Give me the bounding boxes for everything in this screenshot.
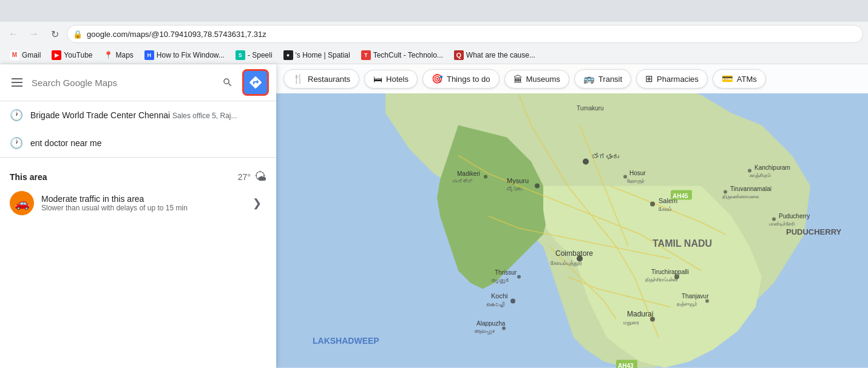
bookmark-spatial[interactable]: ● 's Home | Spatial	[279, 49, 355, 61]
map-area[interactable]: 🍴 Restaurants 🛏 Hotels 🎯 Things to do 🏛 …	[276, 64, 868, 368]
svg-text:ಮಡಿಕೇರಿ: ಮಡಿಕೇರಿ	[453, 178, 473, 184]
svg-text:திருச்சிராப்பள்ளி: திருச்சிராப்பள்ளி	[645, 277, 677, 283]
bookmark-quora-label: What are the cause...	[466, 51, 535, 59]
bookmark-quora[interactable]: Q What are the cause...	[449, 49, 540, 61]
filter-chip-hotels-label: Hotels	[386, 75, 409, 84]
traffic-main-text: Moderate traffic in this area	[41, 194, 240, 204]
svg-point-25	[517, 275, 521, 279]
filter-chip-atms-label: ATMs	[737, 75, 757, 84]
filter-chip-pharmacies[interactable]: ⊞ Pharmacies	[636, 69, 708, 89]
svg-text:ஹோசூர்: ஹோசூர்	[627, 178, 645, 184]
svg-text:Tiruchirappalli: Tiruchirappalli	[651, 269, 689, 275]
filter-chip-hotels[interactable]: 🛏 Hotels	[364, 70, 418, 89]
recent-item-0[interactable]: 🕐 Brigade World Trade Center Chennai Sal…	[0, 101, 276, 129]
reload-button[interactable]: ↻	[46, 25, 63, 42]
area-label: This area	[10, 172, 47, 182]
forward-button[interactable]: →	[25, 25, 42, 42]
bookmark-speeli-label: - Speeli	[248, 51, 273, 59]
traffic-chevron-button[interactable]: ❯	[247, 193, 266, 213]
svg-text:ಬೆಂಗಳೂರು: ಬೆಂಗಳೂರು	[592, 153, 619, 160]
svg-text:மதுரை: மதுரை	[623, 319, 639, 326]
bookmarks-bar: M Gmail ▶ YouTube 📍 Maps H How to Fix Wi…	[0, 46, 868, 64]
filter-chip-restaurants[interactable]: 🍴 Restaurants	[283, 69, 359, 89]
traffic-icon: 🚗	[10, 191, 34, 215]
hamburger-line-3	[12, 85, 22, 87]
filter-chip-museums[interactable]: 🏛 Museums	[504, 70, 569, 89]
svg-text:Puducherry: Puducherry	[779, 213, 810, 219]
traffic-row: 🚗 Moderate traffic in this area Slower t…	[10, 191, 266, 215]
filter-bar: 🍴 Restaurants 🛏 Hotels 🎯 Things to do 🏛 …	[276, 64, 868, 93]
traffic-text-wrap: Moderate traffic in this area Slower tha…	[41, 194, 240, 212]
bookmark-gmail[interactable]: M Gmail	[5, 49, 46, 61]
svg-point-31	[705, 299, 709, 303]
howtofix-favicon: H	[144, 50, 154, 60]
svg-text:AH45: AH45	[673, 193, 688, 199]
browser-chrome: ← → ↻ 🔒 M Gmail ▶ YouTube 📍 Maps H How t…	[0, 0, 868, 64]
hamburger-line-2	[12, 82, 22, 83]
temperature: 27°	[238, 172, 251, 182]
bookmark-spatial-label: 's Home | Spatial	[296, 51, 350, 59]
bookmark-howtofix[interactable]: H How to Fix Window...	[140, 49, 229, 61]
spatial-favicon: ●	[283, 50, 293, 60]
bookmark-youtube-label: YouTube	[64, 51, 92, 59]
clock-icon-0: 🕐	[10, 109, 23, 122]
address-input[interactable]	[67, 25, 863, 43]
tab-bar	[0, 0, 868, 22]
hamburger-menu-button[interactable]	[7, 73, 27, 92]
back-button[interactable]: ←	[5, 25, 22, 42]
traffic-header: This area 27° 🌤	[10, 170, 266, 184]
temp-info: 27° 🌤	[238, 170, 266, 184]
svg-text:LAKSHADWEEP: LAKSHADWEEP	[313, 336, 379, 346]
svg-text:Alappuzha: Alappuzha	[476, 320, 506, 327]
svg-text:Mysuru: Mysuru	[507, 177, 529, 184]
maps-favicon: 📍	[104, 50, 114, 60]
svg-text:Coimbatore: Coimbatore	[555, 249, 593, 258]
bookmark-youtube[interactable]: ▶ YouTube	[47, 49, 97, 61]
svg-point-2	[583, 159, 589, 165]
bookmark-techcult-label: TechCult - Technolo...	[373, 51, 443, 59]
svg-point-7	[650, 202, 655, 207]
svg-text:Thanjavur: Thanjavur	[682, 293, 709, 299]
svg-text:കൊച്ചി: കൊച്ചി	[486, 301, 504, 307]
recent-text-wrap-0: Brigade World Trade Center Chennai Sales…	[30, 110, 237, 120]
svg-point-37	[484, 175, 487, 179]
svg-text:Madikeri: Madikeri	[457, 170, 480, 177]
bookmark-maps[interactable]: 📍 Maps	[99, 49, 138, 61]
bookmark-speeli[interactable]: S - Speeli	[231, 49, 277, 61]
filter-chip-transit[interactable]: 🚌 Transit	[574, 69, 631, 89]
search-input[interactable]	[32, 78, 213, 88]
recent-main-0: Brigade World Trade Center Chennai Sales…	[30, 110, 237, 120]
svg-text:AH43: AH43	[618, 363, 634, 369]
app-area: 🕐 Brigade World Trade Center Chennai Sal…	[0, 64, 868, 368]
directions-button[interactable]	[242, 69, 269, 96]
bookmark-maps-label: Maps	[116, 51, 134, 59]
filter-chip-restaurants-label: Restaurants	[308, 75, 350, 84]
svg-point-22	[510, 299, 515, 304]
svg-text:Hosur: Hosur	[629, 170, 646, 176]
search-bar-row	[0, 64, 276, 101]
svg-point-28	[502, 327, 506, 330]
gmail-favicon: M	[10, 50, 19, 60]
lock-icon: 🔒	[73, 30, 83, 39]
bookmark-gmail-label: Gmail	[22, 51, 41, 59]
map-svg: ಬೆಂಗಳೂರು Mysuru ಮೈಸೂರು Salem சேலம் Coimb…	[276, 64, 868, 368]
filter-chip-atms[interactable]: 💳 ATMs	[713, 69, 766, 89]
quora-favicon: Q	[454, 50, 464, 60]
svg-text:பாண்டிச்சேரி: பாண்டிச்சேரி	[769, 221, 795, 227]
youtube-favicon: ▶	[52, 50, 61, 60]
recent-item-1[interactable]: 🕐 ent doctor near me	[0, 129, 276, 157]
bookmark-techcult[interactable]: T TechCult - Technolo...	[356, 49, 448, 61]
things-to-do-icon: 🎯	[432, 73, 443, 84]
svg-text:ಮೈಸೂರು: ಮೈಸೂರು	[507, 186, 523, 192]
recent-main-1: ent doctor near me	[30, 138, 102, 148]
transit-icon: 🚌	[583, 73, 595, 84]
traffic-sub-text: Slower than usual with delays of up to 1…	[41, 204, 240, 212]
browser-controls: ← → ↻ 🔒	[0, 22, 868, 46]
filter-chip-transit-label: Transit	[598, 75, 622, 84]
filter-chip-museums-label: Museums	[526, 75, 560, 84]
hotels-icon: 🛏	[373, 74, 382, 84]
svg-text:Kochi: Kochi	[491, 292, 508, 299]
filter-chip-things-to-do[interactable]: 🎯 Things to do	[422, 69, 500, 89]
search-button[interactable]	[218, 73, 237, 92]
svg-text:தஞ்சாவூர்: தஞ்சாவூர்	[677, 301, 697, 307]
